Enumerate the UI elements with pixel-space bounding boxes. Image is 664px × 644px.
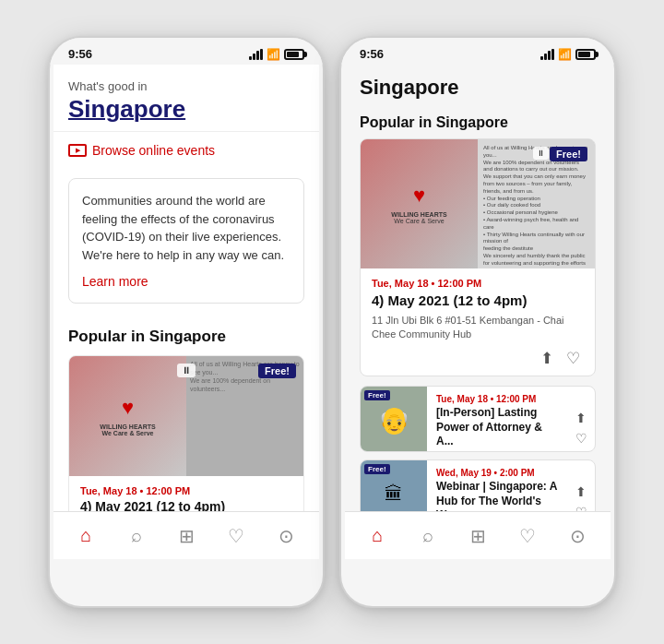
- free-badge-left: Free!: [258, 364, 296, 378]
- nav-favorites-left[interactable]: ♡: [211, 512, 261, 559]
- main-event-image: ♥ WILLING HEARTSWe Care & Serve All of u…: [361, 139, 595, 268]
- nav-search-left[interactable]: ⌕: [111, 512, 160, 559]
- main-event-location: 11 Jln Ubi Blk 6 #01-51 Kembangan - Chai…: [372, 314, 584, 342]
- event2-name: [In-Person] Lasting Power of Attorney & …: [436, 406, 559, 449]
- screen-content-right: Singapore Popular in Singapore ♥ WILLING…: [345, 65, 611, 511]
- favorites-icon-right: ♡: [519, 525, 536, 547]
- nav-tickets-left[interactable]: ⊞: [161, 512, 211, 559]
- favorites-icon: ♡: [228, 525, 244, 547]
- main-event-info: Tue, May 18 • 12:00 PM 4) May 2021 (12 t…: [361, 268, 595, 376]
- main-event-date: Tue, May 18 • 12:00 PM: [372, 278, 584, 289]
- share-icon-2[interactable]: ⬆: [575, 411, 587, 425]
- willing-hearts-right: WILLING HEARTSWe Care & Serve: [391, 211, 446, 224]
- status-bar-right: 9:56 📶: [341, 38, 614, 65]
- status-time-right: 9:56: [360, 47, 384, 61]
- event3-actions: ⬆ ♡: [568, 460, 595, 511]
- event2-thumb: 👴 Free!: [361, 387, 427, 452]
- browse-label: Browse online events: [92, 143, 215, 158]
- main-event-img-left: ♥ WILLING HEARTSWe Care & Serve: [361, 139, 478, 268]
- tickets-icon-right: ⊞: [470, 525, 486, 547]
- event-info-left: Tue, May 18 • 12:00 PM 4) May 2021 (12 t…: [69, 476, 303, 511]
- nav-home-right[interactable]: ⌂: [352, 512, 402, 559]
- event2-date: Tue, May 18 • 12:00 PM: [436, 394, 559, 404]
- share-icon[interactable]: ⬆: [540, 349, 553, 368]
- event-card-3[interactable]: 🏛 Free! Wed, May 19 • 2:00 PM Webinar | …: [360, 459, 596, 511]
- main-event-card[interactable]: ♥ WILLING HEARTSWe Care & Serve All of u…: [360, 138, 596, 376]
- nav-search-right[interactable]: ⌕: [402, 512, 452, 559]
- video-play-icon: [68, 144, 87, 157]
- event2-info: Tue, May 18 • 12:00 PM [In-Person] Lasti…: [427, 387, 568, 451]
- elder-icon: 👴: [378, 405, 410, 435]
- main-free-badge: Free!: [550, 147, 587, 161]
- nav-profile-left[interactable]: ⊙: [262, 512, 312, 559]
- status-icons-right: 📶: [540, 48, 596, 61]
- event-img-left-col: ♥ WILLING HEARTSWe Care & Serve: [69, 356, 186, 476]
- status-bar-left: 9:56 📶: [50, 38, 323, 65]
- covid-banner: Communities around the world are feeling…: [68, 178, 304, 304]
- event3-free-badge: Free!: [364, 464, 390, 474]
- heart-icon-right: ♥: [413, 184, 425, 208]
- status-icons-left: 📶: [249, 48, 304, 61]
- home-icon: ⌂: [80, 525, 91, 546]
- status-time-left: 9:56: [68, 47, 92, 61]
- event3-thumb: 🏛 Free!: [361, 460, 427, 511]
- favorite-icon-2[interactable]: ♡: [575, 431, 587, 446]
- event-image-left: ♥ WILLING HEARTSWe Care & Serve All of u…: [69, 356, 303, 476]
- battery-icon-right: [575, 49, 596, 60]
- screen-left: What's good in Singapore Browse online e…: [53, 65, 319, 559]
- right-phone: 9:56 📶 Singapore: [339, 36, 616, 608]
- screen-right: Singapore Popular in Singapore ♥ WILLING…: [345, 65, 611, 559]
- wifi-icon: 📶: [267, 48, 280, 61]
- nav-favorites-right[interactable]: ♡: [503, 512, 552, 559]
- left-header: What's good in Singapore: [53, 65, 319, 131]
- profile-icon: ⊙: [279, 525, 294, 547]
- nav-profile-right[interactable]: ⊙: [553, 512, 603, 559]
- favorite-icon[interactable]: ♡: [566, 349, 580, 368]
- pause-badge: ⏸: [177, 364, 196, 377]
- nav-home-left[interactable]: ⌂: [61, 512, 111, 559]
- signal-icon-right: [540, 49, 554, 60]
- event-card-left[interactable]: ♥ WILLING HEARTSWe Care & Serve All of u…: [68, 355, 304, 511]
- willing-hearts-logo: WILLING HEARTSWe Care & Serve: [100, 423, 155, 436]
- webinar-icon: 🏛: [385, 483, 403, 505]
- favorite-icon-3[interactable]: ♡: [575, 505, 587, 511]
- share-icon-3[interactable]: ⬆: [575, 484, 587, 499]
- battery-icon: [284, 49, 304, 60]
- event3-date: Wed, May 19 • 2:00 PM: [436, 468, 559, 478]
- wifi-icon-right: 📶: [558, 48, 572, 61]
- screen-content-left: What's good in Singapore Browse online e…: [53, 65, 319, 511]
- event3-info: Wed, May 19 • 2:00 PM Webinar | Singapor…: [427, 460, 568, 511]
- popular-section-title-left: Popular in Singapore: [53, 313, 319, 355]
- right-header: Singapore: [345, 65, 611, 107]
- city-title-left[interactable]: Singapore: [68, 95, 304, 124]
- bottom-nav-right: ⌂ ⌕ ⊞ ♡ ⊙: [345, 511, 611, 559]
- main-event-actions: ⬆ ♡: [372, 349, 584, 368]
- tickets-icon: ⊞: [179, 525, 195, 547]
- search-icon: ⌕: [131, 525, 142, 546]
- city-title-right[interactable]: Singapore: [360, 76, 596, 100]
- search-icon-right: ⌕: [422, 525, 433, 546]
- learn-more-link[interactable]: Learn more: [82, 274, 148, 289]
- left-phone: 9:56 📶 What's good in Si: [48, 36, 325, 608]
- profile-icon-right: ⊙: [570, 525, 586, 547]
- event-card-2[interactable]: 👴 Free! Tue, May 18 • 12:00 PM [In-Perso…: [360, 386, 596, 452]
- event2-free-badge: Free!: [364, 390, 390, 400]
- nav-tickets-right[interactable]: ⊞: [453, 512, 503, 559]
- bottom-nav-left: ⌂ ⌕ ⊞ ♡ ⊙: [53, 511, 319, 559]
- signal-icon: [249, 49, 263, 60]
- browse-online-button[interactable]: Browse online events: [53, 131, 319, 169]
- subtitle: What's good in: [68, 79, 304, 93]
- event-name-left: 4) May 2021 (12 to 4pm): [80, 499, 292, 511]
- covid-text: Communities around the world are feeling…: [82, 192, 290, 264]
- event-date-left: Tue, May 18 • 12:00 PM: [80, 485, 292, 496]
- main-event-name: 4) May 2021 (12 to 4pm): [372, 292, 584, 310]
- event2-actions: ⬆ ♡: [568, 387, 595, 451]
- heart-icon: ♥: [122, 396, 134, 420]
- home-icon-right: ⌂: [372, 525, 383, 546]
- main-pause-badge: ⏸: [533, 147, 549, 160]
- event3-name: Webinar | Singapore: A Hub for The World…: [436, 480, 559, 511]
- popular-section-title-right: Popular in Singapore: [345, 107, 611, 138]
